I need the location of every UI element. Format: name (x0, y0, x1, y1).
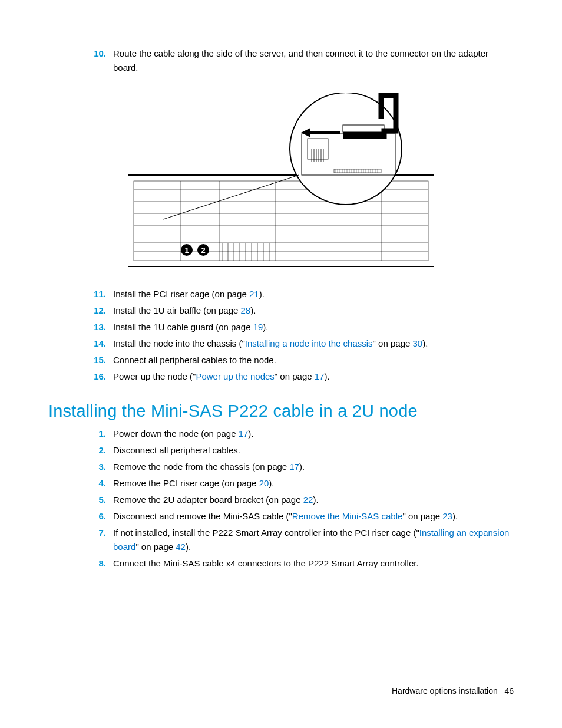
step-item: 16Power up the node ("Power up the nodes… (90, 370, 514, 384)
step-number: 12 (90, 304, 106, 318)
step-text: If not installed, install the P222 Smart… (113, 528, 509, 552)
step-item: 11Install the PCI riser cage (on page 21… (90, 287, 514, 301)
text-run: ). (269, 478, 274, 488)
text-run: ). (324, 371, 329, 381)
step-text: Remove the 2U adapter board bracket (on … (113, 495, 319, 505)
page-footer: Hardware options installation 46 (392, 686, 514, 696)
text-run: ). (263, 322, 268, 332)
text-run: Power up the node (" (113, 371, 196, 381)
text-run: ). (259, 289, 265, 299)
step-text: Disconnect all peripheral cables. (113, 445, 240, 455)
page-link[interactable]: 28 (241, 305, 251, 315)
step-number: 10 (90, 47, 106, 61)
step-text: Install the node into the chassis ("Inst… (113, 338, 428, 348)
text-run: Remove the PCI riser cage (on page (113, 478, 259, 488)
step-text: Connect the Mini-SAS cable x4 connectors… (113, 558, 419, 568)
svg-rect-0 (128, 175, 434, 266)
text-run: " on page (135, 542, 176, 552)
step-number: 1 (90, 427, 106, 441)
page-link[interactable]: 30 (413, 338, 423, 348)
svg-text:1: 1 (184, 246, 189, 255)
text-run: Connect the Mini-SAS cable x4 connectors… (113, 558, 419, 568)
page-link[interactable]: 19 (253, 322, 263, 332)
step-item: 14Install the node into the chassis ("In… (90, 337, 514, 351)
mid-steps-list: 11Install the PCI riser cage (on page 21… (90, 287, 514, 384)
text-run: Install the node into the chassis (" (113, 338, 245, 348)
cable-routing-figure: 1 2 (128, 93, 434, 269)
step-item: 12Install the 1U air baffle (on page 28)… (90, 304, 514, 318)
step-number: 14 (90, 337, 106, 351)
step-number: 16 (90, 370, 106, 384)
step-item: 15Connect all peripheral cables to the n… (90, 353, 514, 367)
text-run: Remove the 2U adapter board bracket (on … (113, 495, 303, 505)
svg-point-25 (290, 93, 402, 205)
page-link[interactable]: 23 (442, 511, 452, 521)
text-run: If not installed, install the P222 Smart… (113, 528, 419, 538)
step-item: 2Disconnect all peripheral cables. (90, 443, 514, 457)
svg-text:2: 2 (201, 246, 205, 255)
footer-section: Hardware options installation (392, 686, 498, 696)
top-steps-list: 10Route the cable along the side of the … (90, 47, 514, 75)
step-number: 13 (90, 320, 106, 334)
text-run: ). (299, 462, 305, 472)
text-run: Power down the node (on page (113, 429, 239, 439)
text-run: Install the 1U cable guard (on page (113, 322, 253, 332)
step-item: 8Connect the Mini-SAS cable x4 connector… (90, 556, 514, 571)
text-run: ). (248, 429, 253, 439)
text-run: Disconnect and remove the Mini-SAS cable… (113, 511, 292, 521)
step-item: 3Remove the node from the chassis (on pa… (90, 460, 514, 474)
text-run: Install the PCI riser cage (on page (113, 289, 249, 299)
step-number: 3 (90, 460, 106, 474)
footer-page-number: 46 (504, 686, 514, 696)
text-run: Route the cable along the side of the se… (113, 48, 488, 73)
step-number: 7 (90, 526, 106, 540)
page-link[interactable]: 42 (176, 542, 186, 552)
text-run: ). (250, 305, 256, 315)
step-text: Remove the PCI riser cage (on page 20). (113, 478, 274, 488)
step-number: 5 (90, 493, 106, 507)
page-link[interactable]: 22 (303, 495, 313, 505)
step-number: 8 (90, 556, 106, 571)
step-text: Power down the node (on page 17). (113, 429, 254, 439)
step-text: Route the cable along the side of the se… (113, 48, 488, 73)
text-run: Connect all peripheral cables to the nod… (113, 355, 276, 365)
text-run: Remove the node from the chassis (on pag… (113, 462, 289, 472)
step-number: 11 (90, 287, 106, 301)
text-run: ). (452, 511, 458, 521)
text-run: " on page (373, 338, 413, 348)
step-text: Remove the node from the chassis (on pag… (113, 462, 305, 472)
text-run: Disconnect all peripheral cables. (113, 445, 240, 455)
text-run: ). (313, 495, 318, 505)
text-run: Install the 1U air baffle (on page (113, 305, 241, 315)
step-number: 2 (90, 443, 106, 457)
step-number: 15 (90, 353, 106, 367)
step-text: Power up the node ("Power up the nodes" … (113, 371, 330, 381)
svg-line-58 (163, 175, 299, 219)
page-link[interactable]: 21 (249, 289, 259, 299)
page-link[interactable]: Installing a node into the chassis (245, 338, 373, 348)
step-item: 7If not installed, install the P222 Smar… (90, 526, 514, 554)
step-item: 4Remove the PCI riser cage (on page 20). (90, 476, 514, 490)
svg-rect-1 (134, 181, 428, 261)
text-run: ). (186, 542, 191, 552)
section-heading: Installing the Mini-SAS P222 cable in a … (48, 401, 514, 421)
step-item: 5Remove the 2U adapter board bracket (on… (90, 493, 514, 507)
step-text: Install the 1U cable guard (on page 19). (113, 322, 269, 332)
step-text: Install the PCI riser cage (on page 21). (113, 289, 265, 299)
step-number: 4 (90, 476, 106, 490)
step-number: 6 (90, 509, 106, 523)
step-item: 6Disconnect and remove the Mini-SAS cabl… (90, 509, 514, 523)
step-text: Install the 1U air baffle (on page 28). (113, 305, 256, 315)
page-link[interactable]: 17 (315, 371, 325, 381)
page-link[interactable]: 20 (259, 478, 269, 488)
step-item: 1Power down the node (on page 17). (90, 427, 514, 441)
page-link[interactable]: 17 (239, 429, 249, 439)
step-item: 13Install the 1U cable guard (on page 19… (90, 320, 514, 334)
text-run: ). (422, 338, 428, 348)
page-link[interactable]: Power up the nodes (196, 371, 274, 381)
bottom-steps-list: 1Power down the node (on page 17).2Disco… (90, 427, 514, 571)
step-item: 10Route the cable along the side of the … (90, 47, 514, 75)
page-link[interactable]: 17 (289, 462, 299, 472)
text-run: " on page (275, 371, 315, 381)
page-link[interactable]: Remove the Mini-SAS cable (292, 511, 403, 521)
